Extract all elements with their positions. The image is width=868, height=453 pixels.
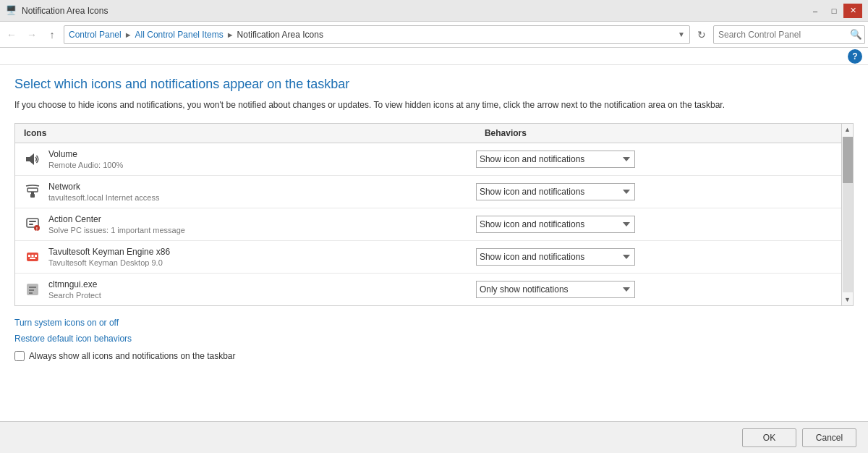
window-controls: – □ ✕ <box>806 4 862 18</box>
icon-cell-volume: Volume Remote Audio: 100% <box>15 143 476 175</box>
breadcrumb-sep-1: ► <box>124 30 132 39</box>
svg-rect-4 <box>27 188 38 192</box>
title-bar: 🖥️ Notification Area Icons – □ ✕ <box>0 0 868 22</box>
icon-info-cltmngui: cltmngui.exe Search Protect <box>48 279 101 300</box>
help-bar: ? <box>0 48 868 65</box>
svg-rect-13 <box>35 255 37 257</box>
always-show-checkbox-row: Always show all icons and notifications … <box>14 351 854 361</box>
up-button[interactable]: ↑ <box>43 26 61 43</box>
close-button[interactable]: ✕ <box>843 4 862 18</box>
svg-rect-11 <box>28 255 30 257</box>
icon-info-keyman: Tavultesoft Keyman Engine x86 Tavultesof… <box>48 247 170 267</box>
system-icons-link[interactable]: Turn system icons on or off <box>14 318 119 328</box>
behavior-select-action-center[interactable]: Show icon and notificationsHide icon and… <box>476 216 635 233</box>
page-title: Select which icons and notifications app… <box>14 77 854 92</box>
scroll-down[interactable]: ▼ <box>842 294 854 305</box>
icon-info-action-center: Action Center Solve PC issues: 1 importa… <box>48 214 185 234</box>
icon-cell-action-center: ! Action Center Solve PC issues: 1 impor… <box>15 208 476 240</box>
icon-name-cltmngui: cltmngui.exe <box>48 279 101 289</box>
search-icon-button[interactable]: 🔍 <box>847 26 864 43</box>
icon-name-keyman: Tavultesoft Keyman Engine x86 <box>48 247 170 257</box>
col-icons: Icons <box>15 124 476 143</box>
col-behaviors: Behaviors <box>476 124 853 143</box>
svg-rect-2 <box>30 194 35 198</box>
icon-graphic-keyman <box>24 248 41 266</box>
behavior-cell-network: Show icon and notificationsHide icon and… <box>476 175 853 208</box>
icon-name-action-center: Action Center <box>48 214 185 224</box>
icon-name-network: Network <box>48 182 159 192</box>
search-box: 🔍 <box>713 25 865 44</box>
icon-desc-cltmngui: Search Protect <box>48 291 101 300</box>
svg-rect-7 <box>29 224 33 225</box>
svg-rect-12 <box>32 255 34 257</box>
icons-table: Icons Behaviors Volume Remote Au <box>15 124 853 305</box>
icon-graphic-volume <box>24 151 41 168</box>
always-show-label[interactable]: Always show all icons and notifications … <box>29 351 236 361</box>
breadcrumb-sep-2: ► <box>226 30 234 39</box>
help-icon[interactable]: ? <box>848 49 862 64</box>
icon-cell-network: Network tavultesoft.local Internet acces… <box>15 175 476 208</box>
bottom-bar: OK Cancel <box>0 421 868 453</box>
breadcrumb-current: Notification Area Icons <box>237 30 323 40</box>
refresh-button[interactable]: ↻ <box>693 26 710 43</box>
svg-marker-1 <box>30 153 34 165</box>
table-row-network: Network tavultesoft.local Internet acces… <box>15 175 853 208</box>
main-content: Select which icons and notifications app… <box>0 65 868 421</box>
icon-graphic-network <box>24 183 41 200</box>
cancel-button[interactable]: Cancel <box>802 428 856 447</box>
behavior-cell-cltmngui: Show icon and notificationsHide icon and… <box>476 273 853 305</box>
svg-rect-17 <box>29 289 34 291</box>
table-row-keyman: Tavultesoft Keyman Engine x86 Tavultesof… <box>15 240 853 273</box>
icon-desc-action-center: Solve PC issues: 1 important message <box>48 226 185 234</box>
page-description: If you choose to hide icons and notifica… <box>14 99 854 111</box>
scroll-up[interactable]: ▲ <box>842 124 854 135</box>
svg-text:!: ! <box>36 226 38 232</box>
behavior-select-volume[interactable]: Show icon and notificationsHide icon and… <box>476 151 635 168</box>
svg-rect-14 <box>30 258 35 259</box>
window-title: Notification Area Icons <box>22 6 108 16</box>
ok-button[interactable]: OK <box>742 428 796 447</box>
svg-rect-6 <box>29 221 36 222</box>
address-bar: ← → ↑ Control Panel ► All Control Panel … <box>0 22 868 48</box>
icon-graphic-action-center: ! <box>24 216 41 233</box>
restore-defaults-link-row: Restore default icon behaviors <box>14 334 854 344</box>
icon-desc-network: tavultesoft.local Internet access <box>48 193 159 202</box>
icons-table-container: Icons Behaviors Volume Remote Au <box>14 123 854 306</box>
behavior-cell-volume: Show icon and notificationsHide icon and… <box>476 143 853 175</box>
minimize-button[interactable]: – <box>806 4 825 18</box>
breadcrumb-bar: Control Panel ► All Control Panel Items … <box>64 25 690 44</box>
behavior-select-keyman[interactable]: Show icon and notificationsHide icon and… <box>476 248 635 266</box>
icon-graphic-cltmngui <box>24 281 41 298</box>
svg-rect-0 <box>26 157 30 161</box>
behavior-select-cltmngui[interactable]: Show icon and notificationsHide icon and… <box>476 281 635 298</box>
table-row-action-center: ! Action Center Solve PC issues: 1 impor… <box>15 208 853 240</box>
table-row-volume: Volume Remote Audio: 100% Show icon and … <box>15 143 853 175</box>
back-button[interactable]: ← <box>3 26 20 43</box>
scroll-thumb <box>843 137 853 184</box>
icon-cell-keyman: Tavultesoft Keyman Engine x86 Tavultesof… <box>15 240 476 273</box>
window-icon: 🖥️ <box>6 5 17 17</box>
search-input[interactable] <box>714 30 847 40</box>
behavior-cell-keyman: Show icon and notificationsHide icon and… <box>476 240 853 273</box>
breadcrumb-all-items[interactable]: All Control Panel Items <box>135 30 224 40</box>
breadcrumb-dropdown[interactable]: ▼ <box>678 30 685 38</box>
icon-info-volume: Volume Remote Audio: 100% <box>48 149 123 169</box>
svg-rect-18 <box>29 292 33 294</box>
icon-desc-keyman: Tavultesoft Keyman Desktop 9.0 <box>48 258 170 267</box>
always-show-checkbox[interactable] <box>14 351 25 361</box>
icon-info-network: Network tavultesoft.local Internet acces… <box>48 182 159 202</box>
table-row-cltmngui: cltmngui.exe Search Protect Show icon an… <box>15 273 853 305</box>
icon-desc-volume: Remote Audio: 100% <box>48 161 123 169</box>
system-icons-link-row: Turn system icons on or off <box>14 318 854 328</box>
icon-cell-cltmngui: cltmngui.exe Search Protect <box>15 273 476 305</box>
behavior-cell-action-center: Show icon and notificationsHide icon and… <box>476 208 853 240</box>
icon-name-volume: Volume <box>48 149 123 159</box>
scroll-track <box>843 137 853 292</box>
breadcrumb-control-panel[interactable]: Control Panel <box>69 30 122 40</box>
behavior-select-network[interactable]: Show icon and notificationsHide icon and… <box>476 183 635 200</box>
svg-rect-16 <box>29 287 36 288</box>
restore-defaults-link[interactable]: Restore default icon behaviors <box>14 334 132 344</box>
restore-button[interactable]: □ <box>825 4 843 18</box>
scrollbar: ▲ ▼ <box>841 124 853 305</box>
forward-button[interactable]: → <box>23 26 41 43</box>
